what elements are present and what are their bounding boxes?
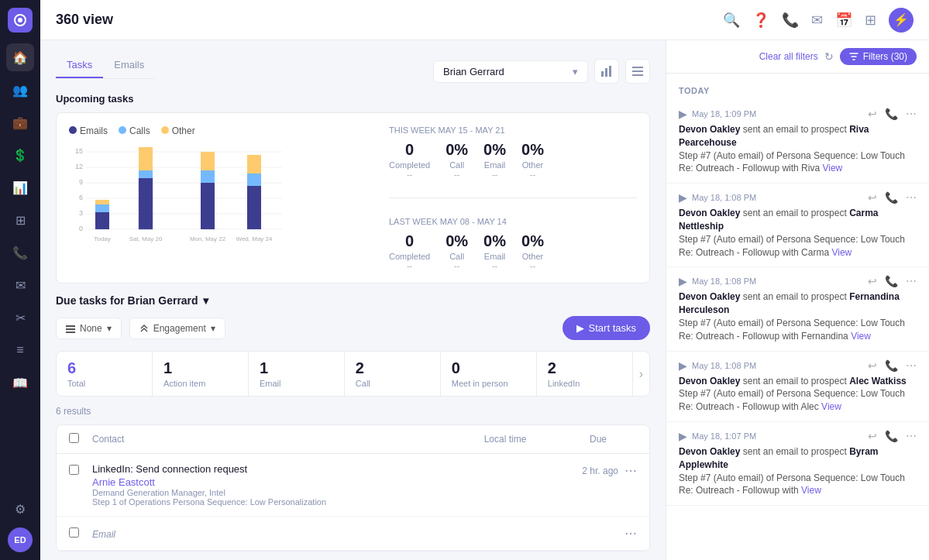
- legend-emails: Emails: [69, 125, 108, 136]
- sidebar-item-scissors[interactable]: ✂: [6, 304, 34, 332]
- left-panel: Tasks Emails Brian Gerrard ▾: [40, 40, 666, 560]
- contact-name-link[interactable]: Arnie Eastcott: [92, 476, 473, 488]
- select-all-checkbox[interactable]: [69, 433, 79, 443]
- start-tasks-button[interactable]: ▶ Start tasks: [563, 316, 650, 340]
- feed-re: Re: Outreach - Followup with Carma View: [679, 246, 917, 259]
- play-icon: ▶: [679, 359, 687, 372]
- counter-action-item[interactable]: 1 Action item: [153, 352, 249, 396]
- svg-rect-22: [95, 200, 109, 204]
- svg-rect-38: [66, 332, 75, 333]
- sidebar-item-grid[interactable]: ⊞: [6, 206, 34, 234]
- svg-rect-4: [609, 66, 611, 77]
- call-feed-icon[interactable]: 📞: [885, 191, 898, 204]
- svg-rect-2: [601, 71, 604, 77]
- svg-rect-21: [95, 204, 109, 212]
- notifications-icon[interactable]: ⚡: [889, 8, 914, 33]
- feed-re: Re: Outreach - Followup with Alec View: [679, 400, 917, 414]
- clear-filters-button[interactable]: Clear all filters: [759, 51, 818, 62]
- reply-icon[interactable]: ↩: [868, 108, 877, 120]
- sidebar-item-phone[interactable]: 📞: [6, 239, 34, 266]
- svg-rect-25: [139, 170, 153, 178]
- reply-icon[interactable]: ↩: [868, 430, 877, 442]
- svg-rect-5: [632, 67, 643, 68]
- counter-more-arrow[interactable]: ›: [633, 352, 649, 396]
- sidebar-item-people[interactable]: 👥: [6, 76, 34, 104]
- top-header: 360 view 🔍 ❓ 📞 ✉ 📅 ⊞ ⚡: [40, 0, 929, 40]
- call-feed-icon[interactable]: 📞: [885, 108, 898, 120]
- refresh-icon[interactable]: ↻: [824, 50, 834, 63]
- row-due-2: ⋯: [624, 526, 637, 541]
- engagement-filter-btn[interactable]: Engagement ▾: [129, 318, 225, 339]
- sidebar-item-briefcase[interactable]: 💼: [6, 108, 34, 136]
- legend-other: Other: [161, 125, 195, 136]
- feed-item: ▶ May 18, 1:09 PM ↩ 📞 ⋯ Devon Oakley sen…: [666, 100, 929, 184]
- email-icon[interactable]: ✉: [811, 12, 823, 29]
- call-feed-icon[interactable]: 📞: [885, 359, 898, 372]
- feed-re: Re: Outreach - Followup with Riva View: [679, 162, 917, 175]
- more-feed-icon[interactable]: ⋯: [906, 275, 917, 287]
- grid-icon[interactable]: ⊞: [865, 12, 876, 29]
- phone-icon[interactable]: 📞: [782, 12, 799, 29]
- view-link[interactable]: View: [851, 331, 871, 342]
- sidebar-item-settings[interactable]: ⚙: [6, 495, 34, 523]
- chevron-down-icon: ▾: [211, 323, 215, 334]
- upcoming-tasks-title: Upcoming tasks: [56, 93, 650, 105]
- tab-tasks[interactable]: Tasks: [56, 53, 103, 78]
- view-link[interactable]: View: [831, 247, 852, 258]
- tab-emails[interactable]: Emails: [103, 53, 155, 78]
- more-feed-icon[interactable]: ⋯: [906, 191, 917, 204]
- svg-text:6: 6: [79, 194, 83, 201]
- sidebar-item-dollar[interactable]: 💲: [6, 141, 34, 169]
- counter-meet[interactable]: 0 Meet in person: [441, 352, 537, 396]
- view-link[interactable]: View: [801, 485, 821, 496]
- counter-call[interactable]: 2 Call: [345, 352, 441, 396]
- svg-rect-24: [139, 178, 153, 229]
- sidebar-item-send[interactable]: ✉: [6, 271, 34, 299]
- feed-item: ▶ May 18, 1:08 PM ↩ 📞 ⋯ Devon Oakley sen…: [666, 267, 929, 351]
- reply-icon[interactable]: ↩: [868, 191, 877, 204]
- calendar-icon[interactable]: 📅: [835, 12, 852, 29]
- task-counters: 6 Total 1 Action item 1 Email 2 Call 0: [56, 351, 650, 397]
- call-feed-icon[interactable]: 📞: [885, 430, 898, 442]
- person-dropdown[interactable]: Brian Gerrard ▾: [433, 60, 588, 83]
- svg-text:Mon, May 22: Mon, May 22: [190, 235, 226, 242]
- filters-button[interactable]: Filters (30): [840, 48, 917, 65]
- feed-step: Step #7 (Auto email) of Persona Sequence…: [679, 233, 917, 246]
- counter-total[interactable]: 6 Total: [57, 352, 153, 396]
- sidebar-item-barline[interactable]: ≡: [6, 336, 34, 364]
- reply-icon[interactable]: ↩: [868, 275, 877, 287]
- view-link[interactable]: View: [822, 163, 842, 173]
- svg-rect-3: [605, 68, 607, 77]
- more-options-button-2[interactable]: ⋯: [624, 526, 637, 541]
- last-week-stats: LAST WEEK MAY 08 - MAY 14 0 Completed --…: [389, 217, 637, 270]
- reply-icon[interactable]: ↩: [868, 359, 877, 372]
- row-checkbox[interactable]: [69, 527, 79, 538]
- sidebar-item-chart[interactable]: 📊: [6, 173, 34, 201]
- more-feed-icon[interactable]: ⋯: [906, 108, 917, 120]
- results-count: 6 results: [56, 406, 650, 417]
- feed-description: Devon Oakley sent an email to prospect R…: [679, 123, 917, 149]
- chart-view-icon[interactable]: [594, 59, 619, 84]
- counter-email[interactable]: 1 Email: [249, 352, 345, 396]
- sidebar-item-book[interactable]: 📖: [6, 369, 34, 397]
- view-link[interactable]: View: [821, 401, 841, 412]
- sidebar-item-home[interactable]: 🏠: [6, 43, 34, 71]
- feed-description: Devon Oakley sent an email to prospect C…: [679, 207, 917, 233]
- none-filter-btn[interactable]: None ▾: [56, 318, 122, 339]
- table-row: LinkedIn: Send connection request Arnie …: [57, 454, 649, 517]
- feed-item: ▶ May 18, 1:08 PM ↩ 📞 ⋯ Devon Oakley sen…: [666, 352, 929, 422]
- due-tasks-title[interactable]: Due tasks for Brian Gerrard ▾: [56, 294, 208, 307]
- svg-rect-30: [201, 152, 215, 170]
- row-checkbox[interactable]: [69, 465, 79, 475]
- list-view-icon[interactable]: [625, 59, 650, 84]
- call-feed-icon[interactable]: 📞: [885, 275, 898, 287]
- help-icon[interactable]: ❓: [752, 12, 769, 29]
- counter-linkedin[interactable]: 2 LinkedIn: [537, 352, 633, 396]
- user-avatar[interactable]: ED: [8, 527, 33, 552]
- feed-item: ▶ May 18, 1:08 PM ↩ 📞 ⋯ Devon Oakley sen…: [666, 184, 929, 267]
- row-contact: LinkedIn: Send connection request Arnie …: [92, 463, 473, 507]
- more-feed-icon[interactable]: ⋯: [906, 359, 917, 372]
- more-feed-icon[interactable]: ⋯: [906, 430, 917, 442]
- more-options-button[interactable]: ⋯: [624, 463, 637, 478]
- search-icon[interactable]: 🔍: [723, 12, 740, 29]
